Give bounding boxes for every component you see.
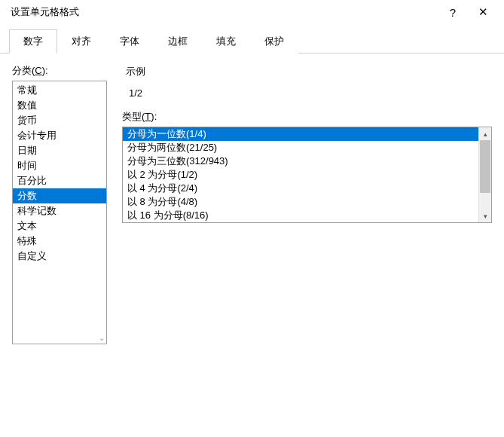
sample-label: 示例 [126,65,491,78]
scroll-thumb[interactable] [480,140,490,193]
type-item-as16[interactable]: 以 16 为分母(8/16) [123,209,478,222]
scroll-up-icon[interactable]: ▴ [479,127,491,140]
type-listbox[interactable]: 分母为一位数(1/4) 分母为两位数(21/25) 分母为三位数(312/943… [122,127,492,223]
category-item-date[interactable]: 日期 [13,143,106,158]
tab-number[interactable]: 数字 [9,29,57,53]
help-button[interactable]: ? [438,2,468,23]
dialog-title: 设置单元格格式 [11,5,438,19]
category-item-currency[interactable]: 货币 [13,113,106,128]
category-item-general[interactable]: 常规 [13,83,106,98]
type-item-as8[interactable]: 以 8 为分母(4/8) [123,195,478,209]
category-item-percentage[interactable]: 百分比 [13,173,106,188]
category-listbox[interactable]: 常规 数值 货币 会计专用 日期 时间 百分比 分数 科学记数 文本 特殊 自定… [12,81,107,344]
tab-font[interactable]: 字体 [105,29,154,53]
category-label: 分类(C): [12,64,107,78]
tab-protection[interactable]: 保护 [250,29,298,53]
scroll-down-icon[interactable]: ▾ [479,209,491,222]
type-label: 类型(T): [122,110,492,124]
tab-fill[interactable]: 填充 [202,29,250,53]
tab-alignment[interactable]: 对齐 [57,29,105,53]
tab-strip: 数字 对齐 字体 边框 填充 保护 [0,24,504,53]
category-item-accounting[interactable]: 会计专用 [13,128,106,143]
type-item-2digit[interactable]: 分母为两位数(21/25) [123,141,478,154]
type-item-1digit[interactable]: 分母为一位数(1/4) [123,127,478,141]
type-item-3digit[interactable]: 分母为三位数(312/943) [123,154,478,168]
category-item-text[interactable]: 文本 [13,218,106,234]
right-panel: 示例 1/2 类型(T): 分母为一位数(1/4) 分母为两位数(21/25) … [122,64,492,344]
chevron-down-icon: ⌄ [99,334,105,342]
sample-group: 示例 1/2 [122,64,492,110]
type-item-as2[interactable]: 以 2 为分母(1/2) [123,168,478,182]
sample-value: 1/2 [126,81,491,99]
close-button[interactable]: ✕ [468,2,498,23]
title-bar: 设置单元格格式 ? ✕ [0,0,504,24]
category-item-fraction[interactable]: 分数 [13,188,106,203]
scrollbar-vertical[interactable]: ▴ ▾ [478,127,491,222]
category-item-time[interactable]: 时间 [13,158,106,173]
dialog-body: 分类(C): 常规 数值 货币 会计专用 日期 时间 百分比 分数 科学记数 文… [0,53,504,355]
category-item-scientific[interactable]: 科学记数 [13,203,106,218]
category-item-number[interactable]: 数值 [13,98,106,113]
category-panel: 分类(C): 常规 数值 货币 会计专用 日期 时间 百分比 分数 科学记数 文… [12,64,107,344]
tab-border[interactable]: 边框 [154,29,202,53]
category-item-custom[interactable]: 自定义 [13,249,106,264]
type-item-as4[interactable]: 以 4 为分母(2/4) [123,182,478,195]
category-item-special[interactable]: 特殊 [13,234,106,249]
